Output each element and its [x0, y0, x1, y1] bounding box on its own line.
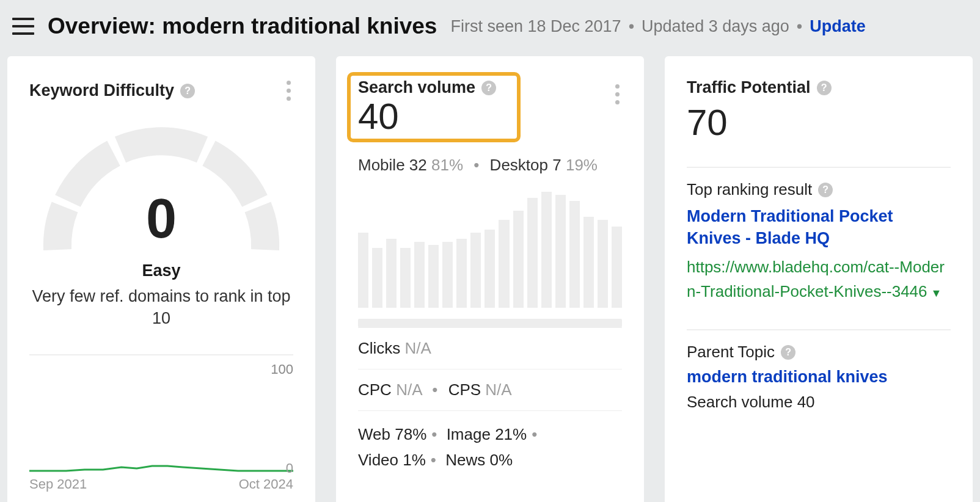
help-icon[interactable]: ?: [818, 183, 833, 197]
help-icon[interactable]: ?: [481, 81, 496, 95]
sv-trend-chart: [358, 192, 622, 327]
clicks-row: Clicks N/A: [358, 327, 622, 369]
kd-value: 0: [30, 187, 293, 250]
kd-y-min: 0: [286, 460, 293, 476]
kd-x-start: Sep 2021: [29, 476, 87, 492]
parent-topic-sv: Search volume 40: [687, 393, 951, 412]
keyword-difficulty-card: Keyword Difficulty ? 0 Easy Very few ref…: [7, 56, 315, 502]
sv-value: 40: [358, 98, 496, 135]
tp-title: Traffic Potential ?: [687, 78, 951, 97]
more-icon[interactable]: [613, 82, 622, 107]
menu-icon[interactable]: [12, 18, 34, 35]
kd-description: Very few ref. domains to rank in top 10: [29, 285, 293, 330]
device-breakdown: Mobile 32 81% • Desktop 7 19%: [358, 156, 622, 175]
top-result-label: Top ranking result ?: [687, 180, 951, 199]
search-volume-highlight: Search volume ? 40: [347, 72, 521, 142]
update-button[interactable]: Update: [810, 17, 866, 36]
help-icon[interactable]: ?: [180, 84, 195, 98]
sv-title: Search volume ?: [358, 78, 496, 97]
kd-gauge: 0: [30, 115, 293, 277]
top-result-link[interactable]: Modern Traditional Pocket Knives - Blade…: [687, 205, 951, 250]
search-volume-card: Search volume ? 40 Mobile 32 81% • Deskt…: [336, 56, 644, 502]
page-title: Overview: modern traditional knives: [48, 13, 437, 39]
kd-trend-chart: [29, 382, 293, 474]
traffic-potential-card: Traffic Potential ? 70 Top ranking resul…: [665, 56, 973, 502]
more-icon[interactable]: [284, 78, 293, 103]
kd-y-max: 100: [29, 362, 293, 377]
tp-value: 70: [687, 104, 951, 141]
top-result-url[interactable]: https://www.bladehq.com/cat--Modern-Trad…: [687, 255, 951, 304]
page-header: Overview: modern traditional knives Firs…: [0, 0, 980, 56]
parent-topic-link[interactable]: modern traditional knives: [687, 368, 951, 387]
header-meta: First seen 18 Dec 2017 • Updated 3 days …: [450, 17, 865, 36]
help-icon[interactable]: ?: [817, 81, 832, 95]
cpc-cps-row: CPC N/A • CPS N/A: [358, 369, 622, 410]
help-icon[interactable]: ?: [781, 345, 795, 360]
caret-down-icon[interactable]: ▼: [931, 287, 942, 299]
time-slider[interactable]: [358, 319, 622, 327]
kd-x-end: Oct 2024: [239, 476, 293, 492]
kd-title: Keyword Difficulty ?: [29, 81, 195, 100]
parent-topic-label: Parent Topic ?: [687, 343, 951, 362]
serp-features-row: Web 78%• Image 21%• Video 1%• News 0%: [358, 410, 622, 473]
